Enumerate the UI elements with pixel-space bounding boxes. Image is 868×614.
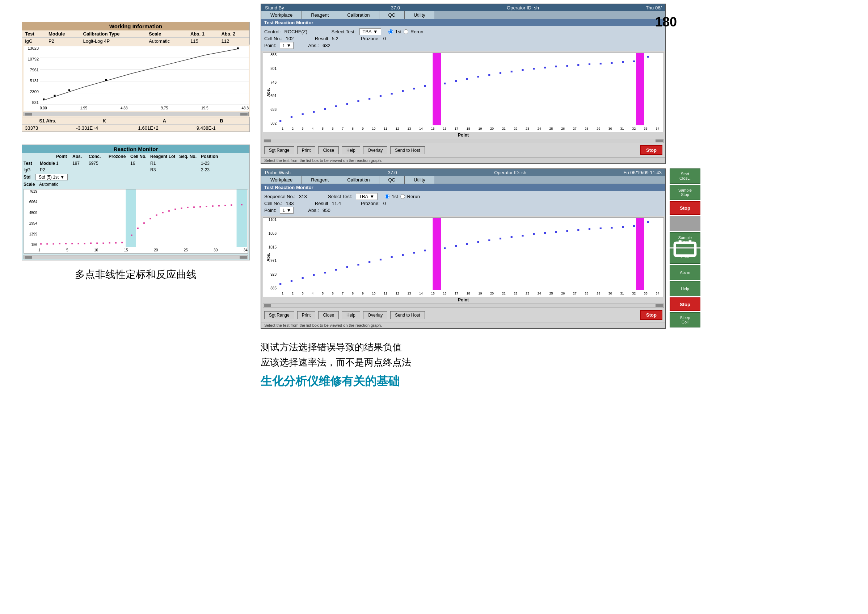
prozone-value: 0 [383,36,386,41]
bot-radio-1st[interactable] [385,194,389,199]
inst-bot-chart: 1101 1056 1015 971 928 885 Abs. [263,218,664,297]
bot-point-arrow[interactable]: ▼ [286,208,291,213]
svg-rect-39 [206,206,207,207]
bot-nav-reagent[interactable]: Reagent [302,176,338,183]
rm-x-5: 5 [66,248,68,252]
nav-qc[interactable]: QC [379,11,405,19]
rm-r1-point: 1 [56,161,72,166]
bot-scroll-thumb-right[interactable] [656,304,663,307]
wi-col-scale: Scale [146,30,188,38]
bot-nav-workplace[interactable]: Workplace [261,176,302,183]
rm-scrollbar[interactable] [23,255,248,260]
svg-rect-22 [96,243,98,244]
rm-scroll-thumb[interactable] [25,256,32,259]
btn-close-bot[interactable]: Close [318,311,339,319]
btn-help-top[interactable]: Help [342,146,360,154]
bot-nav-utility[interactable]: Utility [405,176,434,183]
svg-rect-34 [174,209,176,210]
svg-rect-76 [600,63,601,64]
cal-x-axis: 0.00 1.95 4.88 9.75 19.5 48.8 [40,105,249,111]
nav-calibration[interactable]: Calibration [338,11,379,19]
bot-caption-line2: 应该选择速率法，而不是两点终点法 [260,355,666,370]
svg-rect-98 [455,245,457,247]
select-test-arrow[interactable]: ▼ [373,29,378,34]
svg-rect-81 [432,218,441,290]
bot-x-axis: 1234567891011121314151617181920212223242… [277,290,663,297]
bot-nav-qc[interactable]: QC [379,176,405,183]
cal-scrollbar[interactable] [23,112,249,116]
svg-rect-31 [156,215,157,216]
bot-select-test-arrow[interactable]: ▼ [370,194,374,199]
nav-reagent[interactable]: Reagent [302,11,338,19]
rm-std-arrow[interactable]: ▼ [60,175,64,180]
bot-x-11: 11 [384,292,387,295]
btn-stop-bot[interactable]: Stop [640,310,662,320]
top-scroll-thumb[interactable] [264,140,271,142]
sb-icon-btn[interactable] [670,216,701,231]
rm-y-5: -156 [30,243,37,247]
btn-help-bot[interactable]: Help [342,311,360,319]
top-x-13: 13 [407,127,411,131]
bot-x-2: 2 [292,292,294,295]
cal-b-val: 9.438E-1 [194,124,250,132]
svg-rect-78 [622,61,624,63]
radio-rerun-top[interactable] [404,30,408,34]
btn-overlay-bot[interactable]: Overlay [363,311,387,319]
btn-print-top[interactable]: Print [297,146,316,154]
cal-y-axis: 13623 10792 7961 5131 2300 -531 [23,46,40,105]
nav-utility[interactable]: Utility [405,11,434,19]
rm-r1-module: Module [40,161,56,166]
top-x-29: 29 [597,127,600,131]
bot-point-dropdown[interactable]: 1 ▼ [280,207,294,214]
rm-h8: Seq. No. [179,154,201,159]
inst-bot-form: Sequence No.: 313 Select Test: TBA ▼ 1st… [261,191,665,216]
cal-y-label-4: 2300 [30,90,39,94]
btn-sgt-range-bot[interactable]: Sgt Range [264,311,294,319]
btn-close-top[interactable]: Close [318,146,339,154]
btn-print-bot[interactable]: Print [297,311,316,319]
rm-scale-value: Automatic [39,182,58,187]
cal-x-4: 19.5 [201,106,208,110]
bot-scroll-thumb[interactable] [264,304,271,307]
btn-sgt-range-top[interactable]: Sgt Range [264,146,294,154]
svg-rect-66 [488,74,490,76]
inst-top-btn-row: Sgt Range Print Close Help Overlay Send … [261,143,665,157]
btn-overlay-top[interactable]: Overlay [363,146,387,154]
cal-scroll-thumb[interactable] [25,113,32,115]
btn-send-to-host-bot[interactable]: Send to Host [390,311,425,319]
top-scrollbar[interactable] [263,139,664,143]
top-x-14: 14 [419,127,423,131]
select-test-dropdown[interactable]: TBA ▼ [360,28,381,35]
bot-x-19: 19 [478,292,482,295]
top-y-2: 746 [270,81,277,84]
rm-title: Reaction Monitor [22,145,250,153]
cal-scroll-thumb-right[interactable] [240,113,248,115]
bot-form-row1: Sequence No.: 313 Select Test: TBA ▼ 1st… [264,193,662,200]
instrument-window-bottom: Probe Wash 37.0 Operator ID: sh Fri 06/1… [260,168,666,329]
bot-scrollbar[interactable] [263,303,664,308]
top-scroll-thumb-right[interactable] [656,140,663,142]
rm-col-headers: Point Abs. Conc. Prozone Cell No. Reagen… [22,153,250,160]
rm-scroll-thumb-right[interactable] [240,256,247,259]
svg-rect-109 [577,229,579,231]
bot-x-15: 15 [431,292,435,295]
btn-send-to-host-top[interactable]: Send to Host [390,146,425,154]
point-arrow[interactable]: ▼ [286,43,291,48]
page-number: 180 [655,14,677,30]
radio-1st-top[interactable] [388,30,393,34]
svg-rect-9 [105,79,107,81]
rm-std-dropdown[interactable]: Std (5) 1st ▼ [36,174,68,180]
svg-rect-87 [324,272,326,274]
nav-workplace[interactable]: Workplace [261,11,302,19]
rm-h0 [23,154,40,159]
bot-select-test-dropdown[interactable]: TBA ▼ [356,193,378,200]
bot-radio-rerun[interactable] [400,194,405,199]
rm-h7: Reagent Lot [150,154,179,159]
svg-rect-52 [324,108,326,110]
bot-nav-calibration[interactable]: Calibration [338,176,379,183]
point-dropdown[interactable]: 1 ▼ [280,42,294,49]
svg-rect-43 [231,204,232,206]
rm-info-row2: IgG P2 R3 2-23 [22,166,250,173]
btn-stop-top[interactable]: Stop [640,145,662,155]
cal-a: A [135,117,194,124]
